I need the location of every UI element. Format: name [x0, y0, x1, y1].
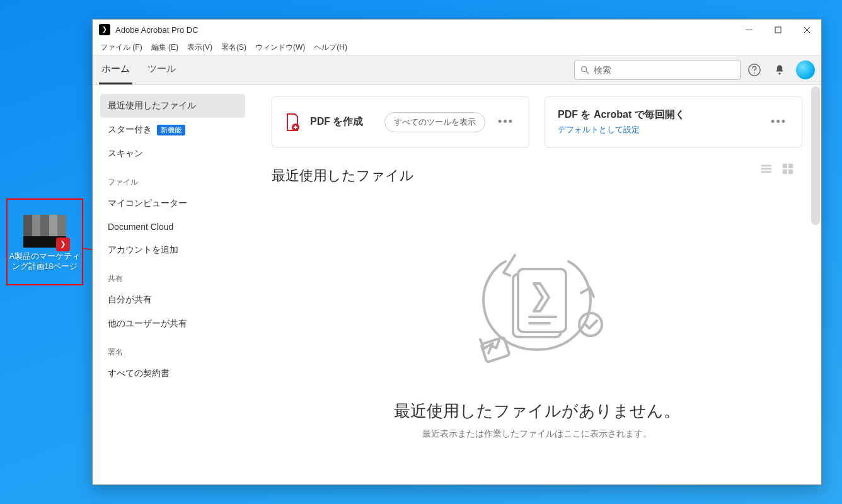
acrobat-window: Adobe Acrobat Pro DC ファイル (F) 編集 (E) 表示(… [92, 19, 822, 485]
empty-state-title: 最近使用したファイルがありません。 [394, 400, 680, 422]
desktop-file-icon[interactable]: A製品のマーケティング計画18ページ [6, 198, 83, 285]
create-pdf-icon [285, 113, 300, 131]
main-content: PDF を作成 すべてのツールを表示 ••• PDF を Acrobat で毎回… [253, 85, 821, 484]
tab-tools[interactable]: ツール [145, 55, 178, 84]
menu-edit[interactable]: 編集 (E) [147, 41, 182, 54]
sidebar-item-label: スター付き [108, 124, 152, 135]
card-create-pdf-title: PDF を作成 [310, 115, 363, 129]
window-titlebar: Adobe Acrobat Pro DC [93, 20, 821, 40]
menu-window[interactable]: ウィンドウ(W) [251, 41, 309, 54]
sidebar-item-shared-by-me[interactable]: 自分が共有 [100, 288, 245, 312]
svg-rect-13 [761, 171, 772, 173]
svg-rect-11 [761, 165, 772, 167]
sidebar: 最近使用したファイル スター付き 新機能 スキャン ファイル マイコンピューター… [93, 85, 253, 484]
view-toggle [758, 161, 796, 177]
svg-rect-16 [783, 169, 787, 174]
sidebar-item-label: すべての契約書 [108, 368, 170, 379]
grid-view-button[interactable] [780, 161, 796, 177]
sidebar-item-starred[interactable]: スター付き 新機能 [100, 118, 245, 142]
svg-point-5 [582, 67, 587, 72]
svg-point-9 [778, 72, 780, 74]
menubar: ファイル (F) 編集 (E) 表示(V) 署名(S) ウィンドウ(W) ヘルプ… [93, 40, 821, 55]
card-create-pdf-more-icon[interactable]: ••• [495, 115, 516, 129]
sidebar-item-label: Document Cloud [108, 222, 173, 232]
tab-home[interactable]: ホーム [99, 55, 132, 84]
window-minimize-button[interactable] [734, 20, 763, 40]
sidebar-item-my-computer[interactable]: マイコンピューター [100, 192, 245, 215]
empty-state: 最近使用したファイルがありません。 最近表示または作業したファイルはここに表示さ… [272, 190, 802, 473]
svg-rect-15 [788, 164, 793, 168]
recent-files-heading: 最近使用したファイル [272, 166, 802, 185]
sidebar-item-label: アカウントを追加 [108, 244, 178, 256]
svg-rect-12 [761, 168, 772, 170]
svg-rect-14 [783, 164, 787, 168]
menu-help[interactable]: ヘルプ(H) [310, 41, 351, 54]
empty-state-icon [455, 249, 619, 387]
sidebar-section-share: 共有 [100, 262, 245, 288]
sidebar-item-shared-by-others[interactable]: 他のユーザーが共有 [100, 312, 245, 336]
svg-rect-17 [788, 169, 793, 174]
sidebar-item-all-agreements[interactable]: すべての契約書 [100, 362, 245, 386]
sidebar-item-label: 他のユーザーが共有 [108, 318, 187, 329]
search-icon [580, 65, 590, 75]
card-open-with-more-icon[interactable]: ••• [768, 115, 789, 129]
toolbar: ホーム ツール [93, 55, 821, 85]
svg-line-6 [586, 71, 589, 74]
sidebar-section-file: ファイル [100, 166, 245, 192]
empty-state-subtitle: 最近表示または作業したファイルはここに表示されます。 [422, 428, 652, 440]
menu-sign[interactable]: 署名(S) [217, 41, 250, 54]
sidebar-item-add-account[interactable]: アカウントを追加 [100, 238, 245, 262]
main-scrollbar[interactable] [811, 86, 820, 483]
sidebar-item-label: マイコンピューター [108, 198, 187, 209]
card-create-pdf: PDF を作成 すべてのツールを表示 ••• [272, 96, 529, 147]
sidebar-item-label: 自分が共有 [108, 294, 152, 306]
card-open-with-title: PDF を Acrobat で毎回開く [558, 108, 685, 122]
sidebar-item-document-cloud[interactable]: Document Cloud [100, 215, 245, 238]
show-all-tools-button[interactable]: すべてのツールを表示 [384, 112, 485, 132]
search-input[interactable] [594, 65, 735, 75]
sidebar-item-label: 最近使用したファイル [108, 100, 196, 112]
search-box[interactable] [574, 60, 741, 80]
sidebar-section-sign: 署名 [100, 336, 245, 362]
help-icon[interactable] [743, 59, 766, 81]
window-maximize-button[interactable] [763, 20, 792, 40]
window-title: Adobe Acrobat Pro DC [115, 25, 199, 35]
svg-rect-23 [481, 337, 509, 362]
menu-view[interactable]: 表示(V) [183, 41, 216, 54]
svg-rect-2 [775, 27, 781, 33]
desktop-file-label: A製品のマーケティング計画18ページ [9, 251, 81, 272]
window-close-button[interactable] [792, 20, 821, 40]
pdf-badge-icon [56, 238, 70, 251]
svg-point-8 [754, 72, 755, 74]
desktop-file-thumbnail [23, 215, 66, 248]
bell-icon[interactable] [768, 59, 791, 81]
sidebar-item-scan[interactable]: スキャン [100, 142, 245, 166]
sidebar-item-label: スキャン [108, 148, 143, 159]
sidebar-item-recent[interactable]: 最近使用したファイル [100, 94, 245, 118]
acrobat-app-icon [99, 24, 110, 35]
user-avatar[interactable] [796, 60, 815, 79]
menu-file[interactable]: ファイル (F) [96, 41, 146, 54]
card-open-with-acrobat: PDF を Acrobat で毎回開く デフォルトとして設定 ••• [545, 96, 802, 147]
list-view-button[interactable] [758, 161, 775, 177]
new-feature-badge: 新機能 [157, 125, 185, 135]
set-as-default-link[interactable]: デフォルトとして設定 [558, 124, 685, 135]
